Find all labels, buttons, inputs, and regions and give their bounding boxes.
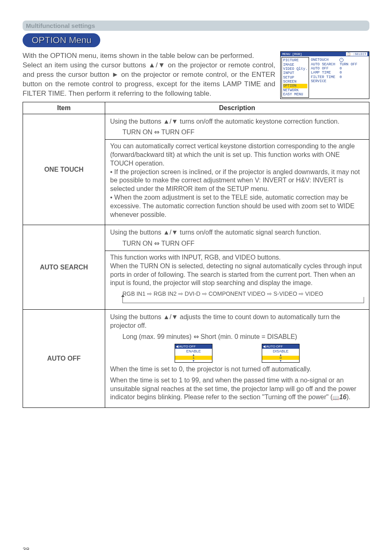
osd-left-item: IMAGE [283, 63, 307, 67]
section-label: Multifunctional settings [23, 21, 369, 31]
osd-left-item: EASY MENU [283, 92, 307, 97]
manual-ref-icon [332, 394, 339, 400]
osd-left-menu: PICTURE IMAGE VIDEO Qlty. INPUT SETUP SC… [281, 57, 309, 98]
down-arrow-icon: ▼ [175, 360, 212, 362]
row-desc-autooff: Using the buttons ▲/▼ adjusts the time t… [105, 310, 369, 408]
row-item-onetouch: ONE TOUCH [23, 114, 105, 225]
osd-left-item: VIDEO Qlty. [283, 67, 307, 71]
row-item-autosearch: AUTO SEARCH [23, 225, 105, 310]
osd-left-item: SCREEN [283, 80, 307, 84]
table-row: AUTO SEARCH Using the buttons ▲/▼ turns … [23, 225, 369, 310]
row-desc-autosearch: Using the buttons ▲/▼ turns on/off the a… [105, 225, 369, 310]
table-row: AUTO OFF Using the buttons ▲/▼ adjusts t… [23, 310, 369, 408]
osd-preview: MENU [RGB] 📋 :SELECT PICTURE IMAGE VIDEO… [280, 51, 369, 99]
intro-p2: Select an item using the cursor buttons … [23, 61, 275, 97]
row-desc-onetouch: Using the buttons ▲/▼ turns on/off the a… [105, 114, 369, 225]
osd-left-item: PICTURE [283, 58, 307, 62]
menu-title: OPTION Menu [32, 35, 91, 45]
autooff-panel-disable: AUTO OFF DISABLE ▲ 0 ▼ [262, 344, 300, 363]
osd-left-item: INPUT [283, 71, 307, 75]
osd-left-item: SETUP [283, 76, 307, 80]
intro-p1: With the OPTION menu, items shown in the… [23, 52, 254, 60]
chain-loop-arrow [122, 300, 364, 306]
osd-left-item-selected: OPTION [283, 84, 307, 88]
execute-icon: ⏎ [339, 58, 344, 62]
page-number: 38 [23, 546, 30, 550]
intro-text: With the OPTION menu, items shown in the… [23, 51, 275, 99]
down-arrow-icon: ▼ [262, 360, 299, 362]
table-header-desc: Description [105, 102, 369, 114]
osd-header-right: 📋 :SELECT [346, 52, 367, 56]
osd-right-values: ONETOUCH⏎ AUTO SEARCHTURN OFF AUTO OFF0 … [311, 57, 357, 98]
settings-table: Item Description ONE TOUCH Using the but… [23, 102, 369, 408]
menu-title-pill: OPTION Menu [23, 33, 100, 47]
autooff-panel-enable: AUTO OFF ENABLE ▲ 1 ▼ [175, 344, 212, 363]
row-item-autooff: AUTO OFF [23, 310, 105, 408]
table-row: ONE TOUCH Using the buttons ▲/▼ turns on… [23, 114, 369, 225]
osd-left-item: NETWORK [283, 88, 307, 92]
table-header-item: Item [23, 102, 105, 114]
osd-header-left: MENU [RGB] [282, 52, 302, 56]
